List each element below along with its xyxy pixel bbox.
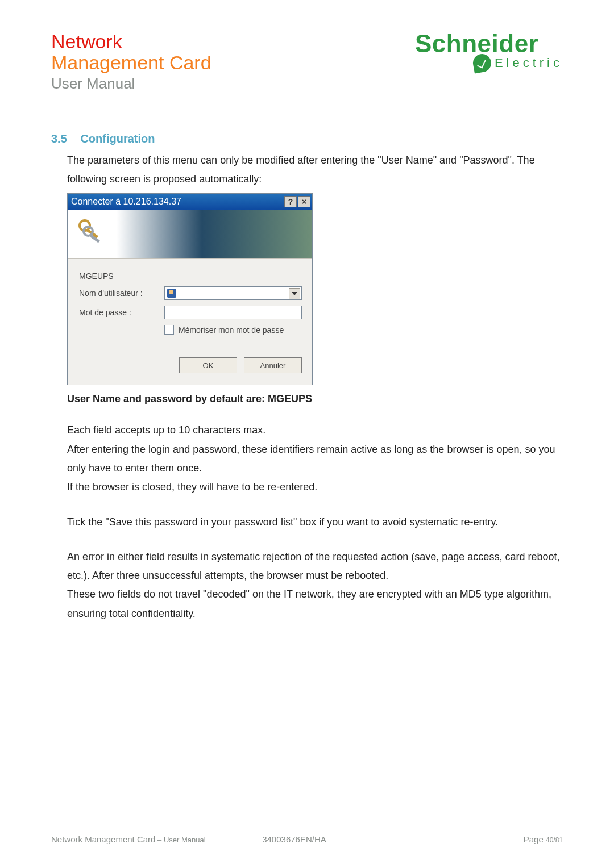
username-input[interactable] — [164, 286, 302, 300]
remember-checkbox[interactable] — [164, 325, 174, 335]
footer-docref: 34003676EN/HA — [262, 834, 326, 844]
intro-paragraph: The parameters of this menu can only be … — [67, 151, 563, 189]
title-line-1: Network — [51, 31, 211, 52]
remember-label: Mémoriser mon mot de passe — [179, 326, 284, 335]
cancel-button[interactable]: Annuler — [244, 357, 302, 373]
footer-page-number: 40/81 — [546, 836, 563, 844]
subtitle: User Manual — [51, 75, 211, 93]
footer-separator — [51, 820, 563, 820]
paragraph-block-3: An error in either field results in syst… — [67, 548, 563, 623]
password-label: Mot de passe : — [79, 308, 164, 317]
dialog-banner — [68, 210, 312, 259]
auth-dialog: Connecter à 10.216.134.37 ? × MGEUPS Nom… — [67, 193, 313, 385]
section-title: Configuration — [80, 132, 155, 145]
dialog-title-text: Connecter à 10.216.134.37 — [71, 197, 284, 207]
footer-page: Page 40/81 — [524, 834, 563, 844]
page-footer: Network Management Card – User Manual 34… — [51, 834, 563, 844]
remember-row: Mémoriser mon mot de passe — [164, 325, 302, 335]
schneider-logo: Schneider Electric — [415, 31, 563, 72]
page-header: Network Management Card User Manual Schn… — [51, 31, 563, 93]
paragraph-3b: These two fields do not travel "decoded"… — [67, 585, 563, 623]
section-number: 3.5 — [51, 132, 67, 145]
password-row: Mot de passe : — [79, 306, 302, 319]
paragraph-1c: If the browser is closed, they will have… — [67, 478, 563, 496]
dialog-realm: MGEUPS — [79, 272, 302, 281]
default-credentials-line: User Name and password by default are: M… — [67, 393, 563, 405]
user-icon — [167, 289, 176, 298]
dialog-titlebar: Connecter à 10.216.134.37 ? × — [68, 194, 312, 210]
product-title-block: Network Management Card User Manual — [51, 31, 211, 93]
paragraph-1a: Each field accepts up to 10 characters m… — [67, 421, 563, 440]
section-heading: 3.5 Configuration — [51, 132, 563, 145]
keys-icon — [77, 218, 104, 245]
document-page: Network Management Card User Manual Schn… — [0, 0, 614, 868]
password-input[interactable] — [164, 306, 302, 319]
paragraph-3a: An error in either field results in syst… — [67, 548, 563, 586]
username-label: Nom d'utilisateur : — [79, 289, 164, 298]
paragraph-2: Tick the "Save this password in your pas… — [67, 513, 563, 532]
ok-button[interactable]: OK — [179, 357, 237, 373]
logo-brand-text: Schneider — [415, 31, 563, 56]
close-button[interactable]: × — [298, 196, 310, 207]
footer-page-label: Page — [524, 834, 546, 844]
paragraph-block-1: Each field accepts up to 10 characters m… — [67, 421, 563, 496]
dialog-body: MGEUPS Nom d'utilisateur : Mot de passe … — [68, 259, 312, 385]
footer-left: Network Management Card – User Manual — [51, 834, 206, 844]
footer-sub: – User Manual — [155, 836, 205, 844]
dialog-button-row: OK Annuler — [79, 357, 302, 373]
logo-sub-text: Electric — [495, 56, 563, 70]
footer-product: Network Management Card — [51, 834, 155, 844]
title-line-2: Management Card — [51, 52, 211, 73]
paragraph-1b: After entering the login and password, t… — [67, 440, 563, 478]
chevron-down-icon — [292, 292, 297, 295]
help-button[interactable]: ? — [284, 196, 297, 207]
username-row: Nom d'utilisateur : — [79, 286, 302, 300]
